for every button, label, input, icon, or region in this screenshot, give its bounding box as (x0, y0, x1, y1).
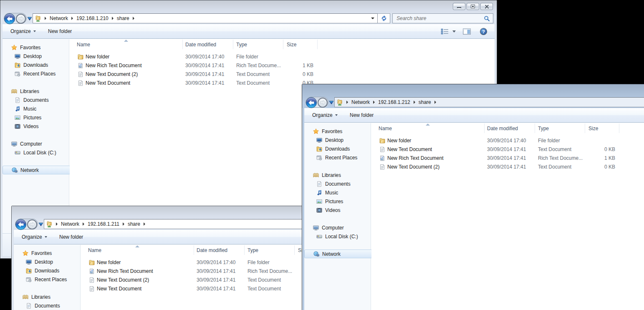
sidebar-item-documents[interactable]: Documents (14, 301, 80, 310)
organize-button[interactable]: Organize (22, 230, 47, 244)
breadcrumb-network[interactable]: Network (349, 99, 372, 105)
sidebar-item-libraries[interactable]: Libraries (3, 87, 69, 96)
breadcrumb-network[interactable]: Network (48, 15, 70, 21)
file-name-cell: New Text Document (2) (81, 275, 194, 284)
breadcrumb-network[interactable]: Network (59, 221, 81, 227)
column-header-size[interactable]: Size (283, 40, 318, 49)
forward-button[interactable] (318, 98, 328, 108)
recent-places-icon (14, 71, 21, 77)
column-header-name[interactable]: Name (371, 123, 485, 133)
breadcrumb-host[interactable]: 192.168.1.211 (86, 221, 121, 227)
column-header-type[interactable]: Type (233, 40, 283, 49)
file-row[interactable]: New Text Document (2) 30/09/2014 17:41 T… (70, 70, 495, 78)
sidebar-item-documents[interactable]: Documents (304, 179, 371, 188)
column-header-name[interactable]: Name (70, 40, 183, 49)
help-button[interactable] (480, 28, 487, 35)
sidebar-item-downloads[interactable]: Downloads (3, 60, 69, 69)
file-row[interactable]: New folder 30/09/2014 17:40 File folder (70, 52, 495, 61)
sidebar-item-recent-places[interactable]: Recent Places (14, 275, 80, 284)
back-button[interactable] (15, 219, 26, 230)
title-bar[interactable] (0, 0, 497, 13)
column-header-type[interactable]: Type (245, 245, 295, 255)
sidebar-item-music[interactable]: Music (304, 188, 371, 197)
sidebar-item-libraries[interactable]: Libraries (14, 292, 80, 301)
forward-button[interactable] (16, 14, 26, 24)
sidebar-item-network[interactable]: Network (304, 250, 372, 258)
sidebar-item-favorites[interactable]: Favorites (14, 249, 80, 257)
column-header-type[interactable]: Type (535, 123, 585, 133)
file-row[interactable]: New Text Document (2) 30/09/2014 17:41 T… (371, 162, 644, 171)
sidebar-item-local-disk-c[interactable]: Local Disk (C:) (3, 148, 69, 157)
recent-pages-chevron-icon[interactable] (38, 222, 43, 226)
organize-button[interactable]: Organize (312, 108, 338, 122)
refresh-button[interactable] (378, 13, 390, 23)
search-button[interactable] (484, 15, 490, 22)
back-button[interactable] (4, 13, 15, 24)
breadcrumb-host[interactable]: 192.168.1.210 (74, 15, 111, 21)
column-header-date-modified[interactable]: Date modified (485, 123, 535, 133)
address-bar[interactable]: Network 192.168.1.210 share (33, 13, 378, 23)
new-folder-button[interactable]: New folder (59, 230, 83, 244)
favorites-star-icon (11, 44, 18, 51)
file-date-modified: 30/09/2014 17:41 (485, 145, 535, 154)
file-row[interactable]: New Rich Text Document 30/09/2014 17:41 … (371, 154, 644, 162)
back-button[interactable] (306, 97, 317, 108)
sidebar-item-computer[interactable]: Computer (304, 223, 371, 232)
sidebar-item-pictures[interactable]: Pictures (304, 197, 371, 206)
search-input[interactable] (393, 15, 484, 21)
file-name-cell: New folder (70, 52, 183, 61)
sidebar-item-icon (14, 106, 21, 112)
sidebar-item-local-disk-c[interactable]: Local Disk (C:) (304, 232, 371, 241)
breadcrumb-host[interactable]: 192.168.1.212 (376, 99, 412, 105)
sidebar-item-desktop[interactable]: Desktop (304, 136, 371, 144)
sidebar-item-downloads[interactable]: Downloads (304, 144, 371, 153)
sidebar-item-desktop[interactable]: Desktop (3, 52, 69, 60)
file-row[interactable]: New Text Document 30/09/2014 17:41 Text … (371, 145, 644, 154)
forward-button[interactable] (27, 219, 37, 229)
new-folder-button[interactable]: New folder (48, 24, 72, 38)
change-view-dropdown-icon[interactable] (452, 30, 456, 33)
organize-button[interactable]: Organize (10, 24, 36, 38)
sidebar-item-videos[interactable]: Videos (3, 122, 69, 131)
sidebar-item-libraries[interactable]: Libraries (304, 171, 371, 179)
breadcrumb-share[interactable]: share (126, 221, 142, 227)
breadcrumb-share[interactable]: share (417, 99, 433, 105)
recent-pages-chevron-icon[interactable] (27, 16, 32, 20)
preview-pane-button[interactable] (463, 28, 471, 35)
sidebar-item-recent-places[interactable]: Recent Places (304, 153, 371, 162)
recent-pages-chevron-icon[interactable] (329, 100, 334, 104)
sidebar-item-network[interactable]: Network (3, 166, 71, 174)
sidebar-item-music[interactable]: Music (3, 104, 69, 113)
maximize-button[interactable] (467, 3, 479, 10)
sidebar-item-desktop[interactable]: Desktop (14, 257, 80, 266)
sidebar-item-icon (316, 181, 323, 187)
file-icon (88, 277, 95, 283)
sidebar-item-downloads[interactable]: Downloads (14, 266, 80, 275)
column-header-name[interactable]: Name (81, 245, 194, 255)
change-view-button[interactable] (441, 28, 449, 35)
address-dropdown-icon[interactable] (371, 18, 374, 19)
sidebar-item-documents[interactable]: Documents (3, 96, 69, 104)
minimize-button[interactable] (453, 3, 465, 10)
breadcrumb-share[interactable]: share (115, 15, 131, 21)
column-header-date-modified[interactable]: Date modified (194, 245, 245, 255)
new-folder-button[interactable]: New folder (350, 108, 374, 122)
close-button[interactable] (480, 3, 493, 10)
navigation-pane: Favorites Desktop Downloads Recent Place… (14, 245, 81, 310)
file-row[interactable]: New Rich Text Document 30/09/2014 17:41 … (70, 61, 495, 70)
title-bar[interactable] (302, 84, 644, 96)
address-bar[interactable]: Network 192.168.1.212 share (334, 97, 644, 107)
sidebar-item-favorites[interactable]: Favorites (304, 127, 371, 136)
sidebar-item-videos[interactable]: Videos (304, 206, 371, 214)
file-row[interactable]: New folder 30/09/2014 17:40 File folder (371, 136, 644, 145)
sidebar-group-gap (304, 214, 371, 223)
sidebar-item-favorites[interactable]: Favorites (3, 43, 69, 52)
column-header-size[interactable]: Size (585, 123, 619, 133)
sidebar-item-recent-places[interactable]: Recent Places (3, 69, 69, 78)
column-header-date-modified[interactable]: Date modified (183, 40, 233, 49)
sidebar-item-computer[interactable]: Computer (3, 139, 69, 148)
navigation-bar: Network 192.168.1.210 share (0, 13, 497, 24)
organize-dropdown-icon (335, 114, 338, 116)
file-icon (77, 62, 84, 69)
sidebar-item-pictures[interactable]: Pictures (3, 113, 69, 122)
